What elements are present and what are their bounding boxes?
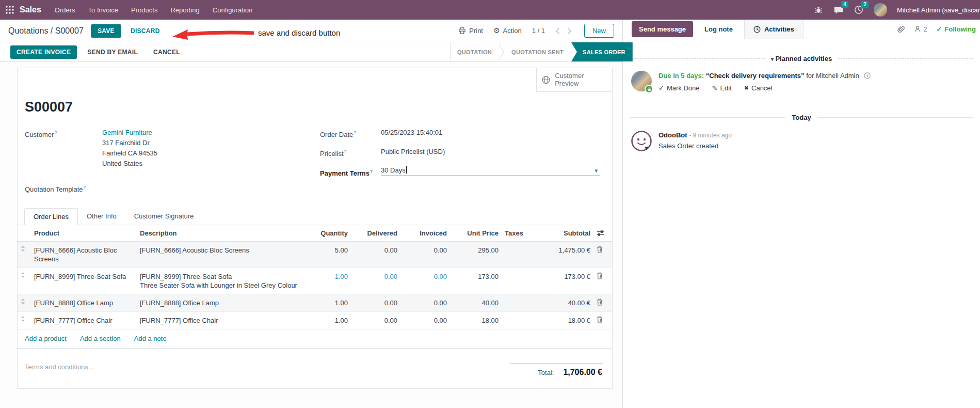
menu-reporting[interactable]: Reporting: [170, 4, 199, 16]
order-line-row[interactable]: [FURN_8888] Office Lamp [FURN_8888] Offi…: [18, 294, 612, 312]
add-a-section-link[interactable]: Add a section: [80, 335, 121, 342]
cell-delivered[interactable]: 0.00: [351, 268, 400, 294]
cell-invoiced[interactable]: 0.00: [400, 242, 450, 268]
cell-taxes[interactable]: [502, 268, 532, 294]
dropdown-caret-icon[interactable]: [595, 166, 598, 174]
cell-unit-price[interactable]: 18.00: [450, 312, 502, 329]
discard-button[interactable]: DISCARD: [131, 27, 160, 35]
add-a-product-link[interactable]: Add a product: [25, 335, 67, 342]
cell-invoiced[interactable]: 0.00: [400, 294, 450, 312]
cell-description[interactable]: [FURN_8888] Office Lamp: [137, 294, 308, 312]
customer-preview-button[interactable]: Customer Preview: [536, 68, 612, 92]
tab-customer-signature[interactable]: Customer Signature: [125, 208, 203, 225]
breadcrumb-quotations[interactable]: Quotations: [8, 26, 48, 35]
menu-to-invoice[interactable]: To Invoice: [88, 4, 119, 16]
order-date-field[interactable]: 05/25/2023 15:40:01: [381, 128, 442, 138]
cell-taxes[interactable]: [502, 242, 532, 268]
save-button[interactable]: SAVE: [91, 24, 121, 38]
send-by-email-button[interactable]: SEND BY EMAIL: [82, 45, 143, 59]
delete-line-button[interactable]: [593, 268, 612, 294]
mark-done-button[interactable]: Mark Done: [658, 84, 699, 92]
help-marker[interactable]: ?: [84, 185, 86, 190]
pricelist-field[interactable]: Public Pricelist (USD): [381, 147, 445, 157]
apps-grid-icon[interactable]: [5, 5, 14, 14]
cell-taxes[interactable]: [502, 312, 532, 329]
cell-description[interactable]: [FURN_6666] Acoustic Bloc Screens: [137, 242, 308, 268]
cell-invoiced[interactable]: 0.00: [400, 268, 450, 294]
payment-terms-input[interactable]: 30 Days: [381, 166, 600, 176]
order-line-row[interactable]: [FURN_7777] Office Chair [FURN_7777] Off…: [18, 312, 612, 329]
create-invoice-button[interactable]: CREATE INVOICE: [10, 45, 77, 59]
menu-configuration[interactable]: Configuration: [213, 4, 252, 16]
pager-next-icon[interactable]: [567, 27, 572, 35]
help-marker[interactable]: ?: [354, 130, 356, 135]
edit-activity-button[interactable]: Edit: [712, 84, 731, 92]
cell-unit-price[interactable]: 295.00: [450, 242, 502, 268]
cell-description[interactable]: [FURN_7777] Office Chair: [137, 312, 308, 329]
delete-line-button[interactable]: [593, 294, 612, 312]
cell-quantity[interactable]: 5.00: [308, 242, 351, 268]
app-name[interactable]: Sales: [20, 5, 41, 14]
cell-delivered[interactable]: 0.00: [351, 294, 400, 312]
print-menu[interactable]: Print: [458, 27, 483, 35]
cancel-button[interactable]: CANCEL: [148, 45, 185, 59]
help-marker[interactable]: ?: [370, 169, 373, 174]
stage-quotation-sent[interactable]: QUOTATION SENT: [505, 42, 570, 61]
stage-sales-order[interactable]: SALES ORDER: [571, 42, 633, 61]
col-unit-price[interactable]: Unit Price: [450, 225, 502, 242]
col-product[interactable]: Product: [31, 225, 137, 242]
menu-products[interactable]: Products: [131, 4, 157, 16]
help-marker[interactable]: ?: [344, 149, 347, 154]
activities-clock-icon[interactable]: 2: [854, 5, 864, 15]
delete-line-button[interactable]: [593, 312, 612, 329]
drag-handle[interactable]: [18, 268, 31, 294]
cell-product[interactable]: [FURN_8888] Office Lamp: [31, 294, 137, 312]
send-message-button[interactable]: Send message: [632, 21, 693, 37]
info-icon[interactable]: [864, 72, 871, 79]
col-subtotal[interactable]: Subtotal: [532, 225, 593, 242]
user-avatar[interactable]: [874, 3, 887, 17]
cell-quantity[interactable]: 1.00: [308, 268, 351, 294]
customer-link[interactable]: Gemini Furniture: [102, 128, 157, 138]
cell-quantity[interactable]: 1.00: [308, 294, 351, 312]
drag-handle[interactable]: [18, 312, 31, 329]
tab-other-info[interactable]: Other Info: [78, 208, 125, 225]
add-a-note-link[interactable]: Add a note: [134, 335, 167, 342]
help-marker[interactable]: ?: [54, 130, 57, 135]
delete-line-button[interactable]: [593, 242, 612, 268]
cell-product[interactable]: [FURN_7777] Office Chair: [31, 312, 137, 329]
activities-tab[interactable]: Activities: [744, 20, 804, 39]
drag-handle[interactable]: [18, 294, 31, 312]
cell-unit-price[interactable]: 40.00: [450, 294, 502, 312]
cell-unit-price[interactable]: 173.00: [450, 268, 502, 294]
terms-and-conditions-placeholder[interactable]: Terms and conditions...: [25, 363, 94, 371]
col-taxes[interactable]: Taxes: [502, 225, 532, 242]
col-quantity[interactable]: Quantity: [308, 225, 351, 242]
optional-columns-icon[interactable]: [597, 230, 604, 237]
cell-delivered[interactable]: 0.00: [351, 242, 400, 268]
following-button[interactable]: Following: [936, 25, 976, 33]
stage-quotation[interactable]: QUOTATION: [451, 42, 499, 61]
menu-orders[interactable]: Orders: [55, 4, 75, 16]
followers-button[interactable]: 2: [914, 25, 927, 33]
tab-order-lines[interactable]: Order Lines: [24, 208, 78, 225]
cell-product[interactable]: [FURN_6666] Acoustic Bloc Screens: [31, 242, 137, 268]
new-button[interactable]: New: [584, 24, 614, 38]
attach-files-button[interactable]: [897, 25, 905, 34]
action-menu[interactable]: Action: [493, 27, 522, 35]
col-description[interactable]: Description: [137, 225, 308, 242]
col-invoiced[interactable]: Invoiced: [400, 225, 450, 242]
cell-invoiced[interactable]: 0.00: [400, 312, 450, 329]
cell-description[interactable]: [FURN_8999] Three-Seat Sofa Three Seater…: [137, 268, 308, 294]
col-delivered[interactable]: Delivered: [351, 225, 400, 242]
cell-product[interactable]: [FURN_8999] Three-Seat Sofa: [31, 268, 137, 294]
drag-handle[interactable]: [18, 242, 31, 268]
cell-taxes[interactable]: [502, 294, 532, 312]
user-menu[interactable]: Mitchell Admin (save_discar: [897, 6, 980, 14]
order-line-row[interactable]: [FURN_8999] Three-Seat Sofa [FURN_8999] …: [18, 268, 612, 294]
cell-quantity[interactable]: 1.00: [308, 312, 351, 329]
cell-delivered[interactable]: 0.00: [351, 312, 400, 329]
messages-icon[interactable]: 4: [833, 5, 844, 15]
cancel-activity-button[interactable]: Cancel: [744, 84, 773, 92]
pager-previous-icon[interactable]: [555, 27, 560, 35]
